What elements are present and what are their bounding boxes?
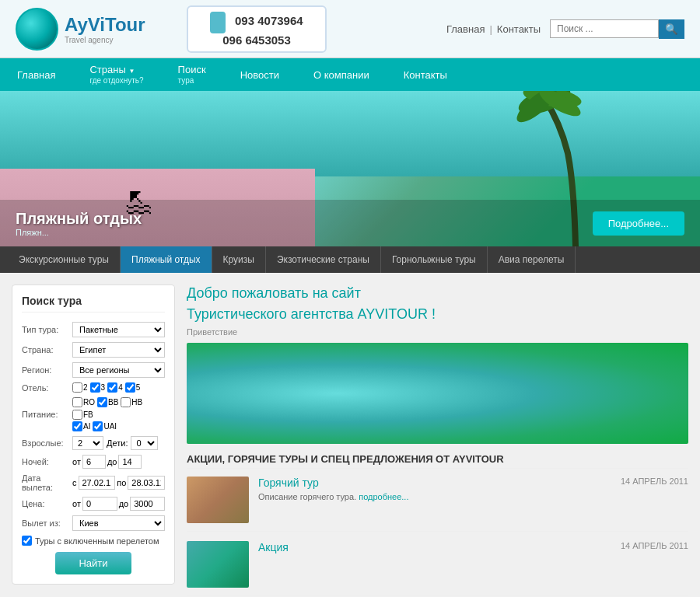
nav-item-countries[interactable]: Страны ▼ где отдохнуть? — [72, 58, 160, 91]
article-thumb-1 — [187, 477, 249, 523]
type-control: Пакетные Горящие — [72, 322, 165, 337]
phone-icon — [210, 12, 226, 33]
article-thumb-2 — [187, 541, 249, 588]
from-row: Вылет из: Киев Одесса — [22, 515, 165, 531]
country-select[interactable]: Египет Турция — [72, 342, 165, 358]
nav-item-search[interactable]: Поиск тура — [161, 58, 223, 91]
departure-row: Дата вылета: с по — [22, 473, 165, 492]
region-label: Регион: — [22, 365, 72, 375]
cat-tab-cruises[interactable]: Круизы — [212, 246, 266, 273]
country-row: Страна: Египет Турция — [22, 342, 165, 358]
nights-label: Ночей: — [22, 457, 72, 466]
dep-from-input[interactable] — [79, 476, 116, 490]
header-search-input[interactable] — [550, 19, 659, 38]
article-date-1: 14 АПРЕЛЬ 2011 — [621, 477, 688, 486]
cat-tab-flights[interactable]: Авиа перелеты — [488, 246, 576, 273]
logo-sub: Travel agency — [65, 36, 145, 44]
cat-tab-ski[interactable]: Горнолыжные туры — [381, 246, 488, 273]
adults-children-row: 213 Дети: 012 — [72, 436, 165, 450]
find-button[interactable]: Найти — [55, 552, 131, 574]
meal-ro[interactable]: RO — [72, 397, 95, 407]
adults-select[interactable]: 213 — [72, 436, 103, 450]
article-desc-1: Описание горячего тура. подробнее... — [258, 492, 688, 501]
price-to-input[interactable] — [130, 497, 165, 511]
cat-tab-excursion[interactable]: Экскурсионные туры — [8, 246, 121, 273]
meal-uai[interactable]: UAI — [93, 421, 117, 431]
country-label: Страна: — [22, 345, 72, 354]
cat-tab-exotic[interactable]: Экзотические страны — [266, 246, 381, 273]
star-5[interactable]: 5 — [125, 382, 141, 393]
star-4[interactable]: 4 — [107, 382, 123, 393]
nav-item-home[interactable]: Главная — [0, 58, 72, 91]
region-row: Регион: Все регионы — [22, 362, 165, 378]
children-label: Дети: — [107, 438, 128, 448]
star-3[interactable]: 3 — [90, 382, 106, 393]
greeting-label: Приветствие — [187, 327, 688, 337]
article-row-2: 14 АПРЕЛЬ 2011 Акция — [187, 541, 688, 596]
departure-label: Дата вылета: — [22, 473, 72, 492]
from-label: Вылет из: — [22, 518, 72, 528]
meal-label: Питание: — [22, 410, 72, 419]
star-2[interactable]: 2 — [72, 382, 88, 393]
type-label: Тип тура: — [22, 325, 72, 334]
dep-to-input[interactable] — [128, 476, 165, 490]
hero-subtitle: Пляжн... — [16, 228, 142, 237]
meal-ai[interactable]: AI — [72, 421, 90, 431]
type-row: Тип тура: Пакетные Горящие — [22, 322, 165, 337]
meal-control: RO BB HB FB AI UAI — [72, 397, 165, 431]
meal-fb[interactable]: FB — [72, 410, 93, 420]
phone1: 093 4073964 — [235, 14, 303, 27]
category-tabs: Экскурсионные туры Пляжный отдых Круизы … — [0, 246, 700, 273]
hotel-control: 2 3 4 5 — [72, 382, 165, 393]
nights-from-input[interactable] — [82, 455, 106, 469]
region-control: Все регионы — [72, 362, 165, 378]
flight-included-checkbox[interactable] — [22, 536, 32, 546]
nav-item-contacts[interactable]: Контакты — [387, 58, 464, 91]
meal-bb[interactable]: BB — [97, 397, 118, 407]
phone2: 096 6453053 — [222, 33, 291, 47]
nav-item-news[interactable]: Новости — [223, 58, 296, 91]
price-range: от до — [72, 497, 165, 511]
welcome-title-line1: Добро пожаловать на сайт — [187, 285, 688, 302]
type-select[interactable]: Пакетные Горящие — [72, 322, 165, 337]
nights-range: от до — [72, 455, 165, 469]
meal-hb[interactable]: HB — [121, 397, 142, 407]
nights-to-input[interactable] — [118, 455, 142, 469]
content-hero-inner — [187, 343, 688, 444]
flight-included-row: Туры с включенным перелетом — [22, 536, 165, 546]
logo-globe — [16, 8, 58, 51]
adults-row: Взрослые: 213 Дети: 012 — [22, 436, 165, 450]
stars-row: 2 3 4 5 — [72, 382, 165, 393]
hero-overlay: Пляжный отдых Пляжн... Подробнее... — [0, 200, 700, 246]
hero-text: Пляжный отдых Пляжн... — [16, 210, 142, 237]
meal-checkboxes: RO BB HB FB — [72, 397, 165, 420]
price-from-input[interactable] — [82, 497, 117, 511]
price-label: Цена: — [22, 499, 72, 508]
logo-text: AyViTour Travel agency — [65, 14, 145, 44]
meal-checkboxes-2: AI UAI — [72, 421, 165, 431]
actions-title: АКЦИИ, ГОРЯЧИЕ ТУРЫ И СПЕЦ ПРЕДЛОЖЕНИЯ О… — [187, 453, 688, 469]
cat-tab-beach[interactable]: Пляжный отдых — [121, 246, 212, 273]
nights-row: Ночей: от до — [22, 455, 165, 469]
header-nav-contacts[interactable]: Контакты — [497, 23, 541, 35]
from-select[interactable]: Киев Одесса — [72, 515, 165, 531]
article-info-1: 14 АПРЕЛЬ 2011 Горячий тур Описание горя… — [258, 477, 688, 523]
children-select[interactable]: 012 — [131, 436, 158, 450]
main-nav: Главная Страны ▼ где отдохнуть? Поиск ту… — [0, 58, 700, 91]
from-control: Киев Одесса — [72, 515, 165, 531]
header-search-button[interactable]: 🔍 — [659, 19, 684, 39]
article-row-1: 14 АПРЕЛЬ 2011 Горячий тур Описание горя… — [187, 477, 688, 532]
logo-name: AyViTour — [65, 14, 145, 36]
article-link-1[interactable]: подробнее... — [359, 492, 408, 501]
hero-more-button[interactable]: Подробнее... — [593, 211, 684, 236]
nav-item-about[interactable]: О компании — [296, 58, 387, 91]
header-nav-home[interactable]: Главная — [446, 23, 485, 35]
hero-banner: 🏖 Пляжный отдых Пляжн... Подробнее... — [0, 91, 700, 246]
region-select[interactable]: Все регионы — [72, 362, 165, 378]
article-date-2: 14 АПРЕЛЬ 2011 — [621, 541, 688, 550]
header-nav-links: Главная | Контакты — [446, 23, 541, 35]
welcome-title-line2: Туристического агентства AYVITOUR ! — [187, 305, 688, 323]
logo-area: AyViTour Travel agency — [16, 8, 171, 51]
main-content: Добро пожаловать на сайт Туристического … — [187, 285, 688, 597]
content-hero-image — [187, 343, 688, 444]
